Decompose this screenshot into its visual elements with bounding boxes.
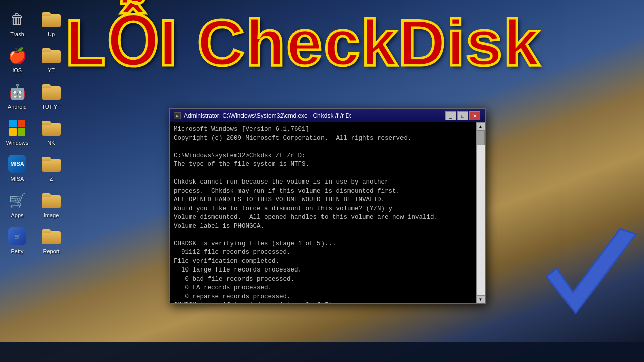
windows-label: Windows [6,140,29,146]
apps-icon[interactable]: 🛒 Apps [0,186,34,222]
cmd-scrollbar[interactable]: ▲ ▼ [476,122,485,303]
ios-icon[interactable]: 🍎 iOS [0,41,34,77]
ios-label: iOS [13,67,22,73]
yt-folder-icon[interactable]: YT [34,41,68,77]
page-title: LỖI CheckDisk [65,10,644,75]
up-label: Up [48,31,55,37]
report-folder-icon[interactable]: Report [34,222,68,258]
cmd-controls: _ □ ✕ [445,111,480,120]
svg-marker-0 [546,229,636,313]
tutyt-folder-icon[interactable]: TUT YT [34,77,68,114]
tutyt-label: TUT YT [42,104,61,110]
windows-icon[interactable]: Windows [0,114,34,150]
cmd-maximize-button[interactable]: □ [457,111,468,120]
cmd-minimize-button[interactable]: _ [445,111,456,120]
scrollbar-down-arrow[interactable]: ▼ [477,295,485,303]
nk-label: NK [47,140,55,146]
misa-label: MISA [11,176,24,182]
report-label: Report [43,248,59,254]
checkmark-icon [533,224,644,339]
scrollbar-track [477,130,485,295]
z-folder-icon[interactable]: Z [34,150,68,186]
cmd-body: Microsoft Windows [Version 6.1.7601] Cop… [170,122,485,303]
desktop-icons: 🗑 Trash Up 🍎 iOS YT 🤖 [0,5,70,258]
scrollbar-up-arrow[interactable]: ▲ [477,122,485,130]
cmd-title-text: Administrator: C:\Windows\System32\cmd.e… [184,112,351,119]
petty-label: Petty [11,248,23,254]
image-label: Image [44,212,59,218]
cmd-content[interactable]: Microsoft Windows [Version 6.1.7601] Cop… [170,122,476,303]
nk-folder-icon[interactable]: NK [34,114,68,150]
trash-label: Trash [10,31,24,37]
trash-icon[interactable]: 🗑 Trash [0,5,34,41]
up-folder-icon[interactable]: Up [34,5,68,41]
apps-label: Apps [11,212,23,218]
scrollbar-thumb[interactable] [477,130,485,145]
yt-label: YT [48,67,55,73]
petty-icon[interactable]: 🛒 Petty [0,222,34,258]
cmd-close-button[interactable]: ✕ [469,111,480,120]
cmd-titlebar: ▶ Administrator: C:\Windows\System32\cmd… [170,109,485,122]
cmd-small-icon: ▶ [174,112,181,119]
cmd-window: ▶ Administrator: C:\Windows\System32\cmd… [169,108,486,304]
android-icon[interactable]: 🤖 Android [0,77,34,114]
taskbar [0,342,644,362]
misa-icon[interactable]: MISA MISA [0,150,34,186]
image-folder-icon[interactable]: Image [34,186,68,222]
z-label: Z [50,176,53,182]
android-label: Android [8,104,27,110]
cmd-title-left: ▶ Administrator: C:\Windows\System32\cmd… [174,112,351,119]
